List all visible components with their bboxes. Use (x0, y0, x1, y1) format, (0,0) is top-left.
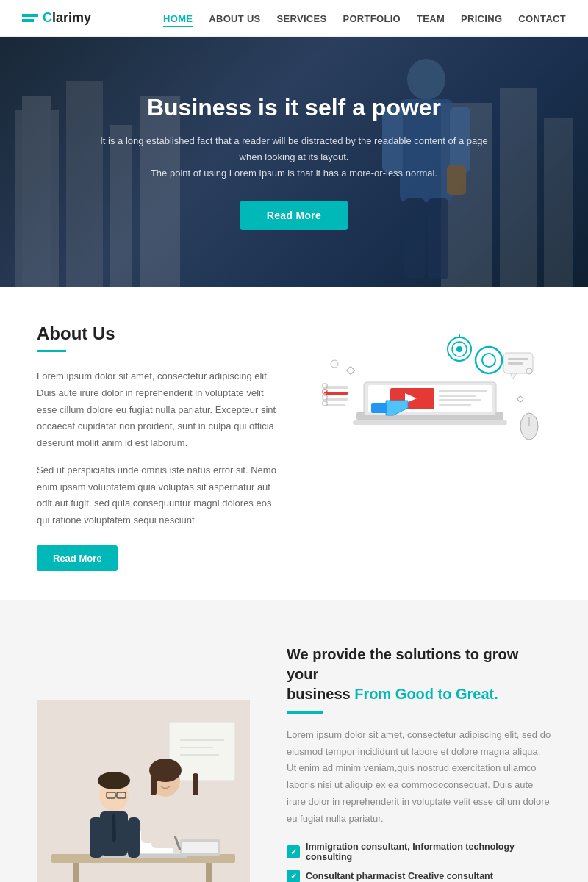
about-section: About Us Lorem ipsum dolor sit amet, con… (0, 287, 588, 600)
nav-links: HOME ABOUT US SERVICES PORTFOLIO TEAM PR… (163, 12, 566, 25)
hero-section: Business is it self a power It is a long… (0, 37, 588, 287)
svg-rect-57 (74, 863, 79, 882)
about-left: About Us Lorem ipsum dolor sit amet, con… (37, 323, 279, 571)
about-read-more-button[interactable]: Read More (37, 545, 118, 571)
svg-point-28 (456, 346, 462, 352)
navbar: Clarimy HOME ABOUT US SERVICES PORTFOLIO… (0, 0, 588, 37)
svg-rect-46 (346, 366, 354, 374)
logo-icon (22, 14, 38, 22)
solutions-body: Lorem ipsum dolor sit amet, consectetur … (287, 727, 551, 828)
check-icon-1: ✓ (287, 845, 300, 858)
svg-rect-78 (151, 773, 157, 795)
solutions-highlight: From Good to Great. (354, 686, 498, 702)
hero-subtitle: It is a long established fact that a rea… (96, 133, 492, 182)
check-icon-2: ✓ (287, 870, 300, 882)
logo-bar-bottom (22, 19, 34, 22)
about-para1: Lorem ipsum dolor sit amet, consectetur … (37, 368, 279, 452)
svg-rect-74 (151, 797, 179, 848)
nav-link-about[interactable]: ABOUT US (209, 13, 260, 24)
nav-item-team[interactable]: TEAM (417, 12, 445, 25)
checklist-item-2: ✓ Consultant pharmacist Creative consult… (287, 870, 551, 882)
solutions-section: We provide the solutions to grow your bu… (0, 600, 588, 882)
svg-point-72 (98, 772, 130, 789)
logo-bar-top (22, 14, 38, 17)
nav-link-team[interactable]: TEAM (417, 13, 445, 24)
svg-rect-20 (439, 390, 487, 392)
nav-link-portfolio[interactable]: PORTFOLIO (343, 13, 401, 24)
svg-rect-33 (508, 362, 523, 365)
hero-title: Business is it self a power (96, 93, 492, 121)
nav-item-home[interactable]: HOME (163, 12, 193, 25)
about-para2: Sed ut perspiciatis unde omnis iste natu… (37, 462, 279, 529)
solutions-right: We provide the solutions to grow your bu… (287, 645, 551, 882)
svg-rect-35 (371, 403, 387, 413)
about-illustration-svg (312, 323, 548, 470)
svg-rect-23 (439, 404, 471, 406)
logo[interactable]: Clarimy (22, 10, 91, 26)
svg-rect-41 (326, 404, 345, 406)
svg-point-48 (331, 360, 338, 368)
svg-rect-21 (439, 395, 476, 397)
nav-item-pricing[interactable]: PRICING (461, 12, 502, 25)
nav-link-services[interactable]: SERVICES (277, 13, 327, 24)
solutions-people-svg (37, 700, 250, 882)
svg-rect-40 (326, 398, 348, 401)
svg-rect-76 (178, 803, 190, 839)
svg-rect-66 (90, 817, 103, 858)
about-title-underline (37, 350, 66, 352)
solutions-img-inner (37, 700, 250, 882)
solutions-image (37, 700, 250, 882)
logo-text: Clarimy (43, 10, 91, 26)
svg-rect-1 (22, 96, 51, 287)
hero-read-more-button[interactable]: Read More (240, 201, 348, 230)
svg-marker-68 (112, 814, 116, 843)
nav-item-contact[interactable]: CONTACT (518, 12, 566, 25)
svg-rect-75 (141, 803, 154, 843)
nav-link-home[interactable]: HOME (163, 13, 193, 27)
svg-point-24 (476, 347, 502, 373)
svg-rect-32 (508, 358, 528, 360)
nav-link-pricing[interactable]: PRICING (461, 13, 502, 24)
nav-item-services[interactable]: SERVICES (277, 12, 327, 25)
nav-item-about[interactable]: ABOUT US (209, 12, 260, 25)
svg-rect-7 (544, 118, 573, 287)
svg-rect-79 (193, 773, 198, 795)
checklist-item-1: ✓ Immigration consultant, Information te… (287, 842, 551, 862)
svg-rect-39 (326, 392, 348, 395)
svg-point-25 (482, 354, 495, 367)
nav-item-portfolio[interactable]: PORTFOLIO (343, 12, 401, 25)
svg-rect-47 (517, 396, 523, 402)
solutions-title: We provide the solutions to grow your bu… (287, 645, 551, 704)
svg-rect-38 (326, 386, 348, 389)
about-title: About Us (37, 323, 279, 344)
nav-link-contact[interactable]: CONTACT (518, 13, 566, 24)
svg-rect-58 (206, 863, 212, 882)
svg-rect-63 (182, 842, 218, 853)
hero-content: Business is it self a power It is a long… (81, 93, 507, 231)
svg-rect-22 (439, 399, 481, 401)
solutions-checklist: ✓ Immigration consultant, Information te… (287, 842, 551, 882)
solutions-underline (287, 711, 323, 714)
svg-rect-50 (353, 420, 507, 425)
svg-marker-31 (511, 373, 517, 379)
about-illustration (309, 323, 551, 470)
svg-rect-67 (128, 817, 140, 858)
